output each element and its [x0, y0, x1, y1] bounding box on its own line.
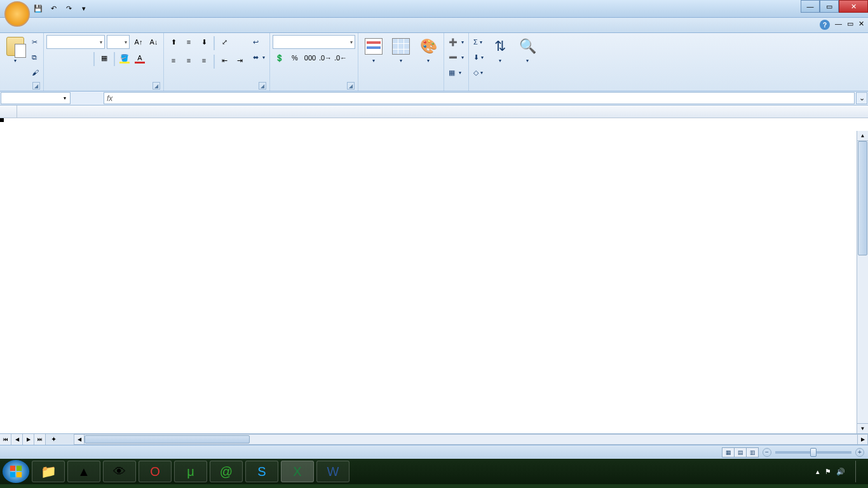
font-name-combo[interactable]: ▾ [46, 35, 105, 49]
align-middle-icon[interactable]: ≡ [182, 35, 196, 49]
font-color-icon[interactable]: A [133, 51, 147, 65]
cut-button[interactable]: ✂ [30, 35, 41, 49]
minimize-button[interactable]: — [801, 0, 820, 13]
view-normal-icon[interactable]: ▦ [722, 447, 735, 458]
increase-font-icon[interactable]: A↑ [132, 35, 146, 49]
help-icon[interactable]: ? [820, 20, 830, 30]
minimize-workbook-icon[interactable]: — [835, 20, 842, 30]
insert-cells-button[interactable]: ➕▾ [447, 35, 466, 49]
taskbar-app-icon[interactable]: ▲ [67, 461, 100, 482]
zoom-slider[interactable] [775, 451, 851, 454]
bold-button[interactable] [46, 51, 60, 65]
conditional-formatting-icon [365, 38, 383, 55]
scroll-left-icon[interactable]: ◀ [74, 435, 85, 444]
name-box[interactable]: ▾ [1, 92, 71, 104]
find-select-button[interactable]: 🔍 ▾ [515, 35, 540, 65]
merge-center-button[interactable]: ⬌▾ [251, 50, 267, 64]
close-workbook-icon[interactable]: ✕ [858, 20, 864, 30]
border-icon[interactable]: ▦ [97, 51, 111, 65]
decrease-decimal-icon[interactable]: .0← [334, 51, 348, 65]
fill-color-icon[interactable]: 🪣 [118, 51, 132, 65]
increase-indent-icon[interactable]: ⇥ [233, 53, 247, 67]
vscroll-thumb[interactable] [858, 141, 867, 255]
copy-button[interactable]: ⧉ [30, 50, 41, 64]
align-center-icon[interactable]: ≡ [182, 53, 196, 67]
tray-flag-icon[interactable]: ▴ [816, 468, 820, 476]
close-button[interactable]: ✕ [839, 0, 868, 13]
maximize-button[interactable]: ▭ [820, 0, 839, 13]
underline-button[interactable] [77, 51, 91, 65]
view-page-layout-icon[interactable]: ▤ [734, 447, 747, 458]
restore-workbook-icon[interactable]: ▭ [847, 20, 853, 30]
align-bottom-icon[interactable]: ⬇ [197, 35, 211, 49]
delete-cells-button[interactable]: ➖▾ [447, 50, 466, 64]
taskbar-word-icon[interactable]: W [316, 461, 349, 482]
select-all-corner[interactable] [0, 105, 17, 118]
font-dialog-icon[interactable]: ◢ [153, 82, 160, 90]
italic-button[interactable] [62, 51, 76, 65]
clipboard-dialog-icon[interactable]: ◢ [32, 82, 40, 90]
sheet-tab-bar: ⏮ ◀ ▶ ⏭ ✦ ◀ ▶ [0, 433, 868, 445]
save-icon[interactable]: 💾 [32, 3, 44, 15]
accounting-format-icon[interactable]: 💲 [273, 51, 287, 65]
wrap-text-button[interactable]: ↩ [251, 35, 267, 49]
taskbar-mail-icon[interactable]: @ [210, 461, 243, 482]
new-sheet-icon[interactable]: ✦ [46, 434, 61, 445]
paste-button[interactable]: ▾ [3, 35, 28, 65]
qat-customize-icon[interactable]: ▾ [78, 3, 90, 15]
taskbar-skype-icon[interactable]: S [245, 461, 278, 482]
comma-format-icon[interactable]: 000 [303, 51, 317, 65]
redo-icon[interactable]: ↷ [62, 3, 75, 15]
scroll-down-icon[interactable]: ▼ [857, 423, 868, 433]
formula-input[interactable]: fx [104, 92, 855, 104]
decrease-font-icon[interactable]: A↓ [147, 35, 161, 49]
undo-icon[interactable]: ↶ [47, 3, 60, 15]
autosum-button[interactable]: Σ▾ [471, 35, 485, 49]
format-painter-button[interactable]: 🖌 [30, 65, 41, 79]
number-format-combo[interactable]: ▾ [273, 35, 355, 49]
align-left-icon[interactable]: ≡ [166, 53, 180, 67]
align-top-icon[interactable]: ⬆ [166, 35, 180, 49]
format-as-table-button[interactable]: ▾ [388, 35, 414, 65]
fx-icon[interactable]: fx [107, 94, 112, 103]
tray-volume-icon[interactable]: 🔊 [836, 468, 845, 476]
show-desktop-button[interactable] [855, 461, 862, 482]
tray-action-center-icon[interactable]: ⚑ [825, 468, 831, 476]
conditional-formatting-button[interactable]: ▾ [361, 35, 386, 65]
start-button[interactable] [3, 460, 29, 483]
taskbar-app-icon[interactable]: 👁 [103, 461, 136, 482]
taskbar-explorer-icon[interactable]: 📁 [32, 461, 65, 482]
format-cells-button[interactable]: ▦▾ [447, 65, 466, 79]
expand-formula-bar-icon[interactable]: ⌄ [856, 92, 867, 104]
vertical-scrollbar[interactable]: ▲ ▼ [857, 131, 868, 433]
first-sheet-icon[interactable]: ⏮ [0, 434, 11, 445]
scroll-up-icon[interactable]: ▲ [857, 131, 868, 141]
percent-format-icon[interactable]: % [288, 51, 302, 65]
office-button[interactable] [4, 1, 30, 27]
next-sheet-icon[interactable]: ▶ [23, 434, 34, 445]
align-right-icon[interactable]: ≡ [197, 53, 211, 67]
prev-sheet-icon[interactable]: ◀ [11, 434, 23, 445]
cell-styles-button[interactable]: 🎨 ▾ [416, 35, 441, 65]
zoom-out-icon[interactable]: − [763, 448, 771, 457]
scroll-right-icon[interactable]: ▶ [857, 435, 867, 444]
zoom-in-icon[interactable]: + [855, 448, 864, 457]
spreadsheet-grid[interactable]: ▲ ▼ [0, 105, 868, 433]
decrease-indent-icon[interactable]: ⇤ [217, 53, 231, 67]
number-dialog-icon[interactable]: ◢ [347, 82, 355, 90]
sort-filter-button[interactable]: ⇅ ▾ [487, 35, 513, 65]
align-dialog-icon[interactable]: ◢ [259, 82, 266, 90]
hscroll-thumb[interactable] [85, 435, 250, 444]
horizontal-scrollbar[interactable]: ◀ ▶ [74, 434, 868, 445]
taskbar-opera-icon[interactable]: O [139, 461, 172, 482]
fill-button[interactable]: ⬇▾ [471, 50, 485, 64]
orientation-icon[interactable]: ⤢ [217, 35, 231, 49]
taskbar-excel-icon[interactable]: X [281, 461, 314, 482]
increase-decimal-icon[interactable]: .0→ [318, 51, 332, 65]
clear-button[interactable]: ◇▾ [471, 65, 485, 79]
view-page-break-icon[interactable]: ▥ [746, 447, 759, 458]
paste-icon [6, 37, 24, 56]
last-sheet-icon[interactable]: ⏭ [34, 434, 46, 445]
font-size-combo[interactable]: ▾ [107, 35, 130, 49]
taskbar-utorrent-icon[interactable]: μ [174, 461, 207, 482]
